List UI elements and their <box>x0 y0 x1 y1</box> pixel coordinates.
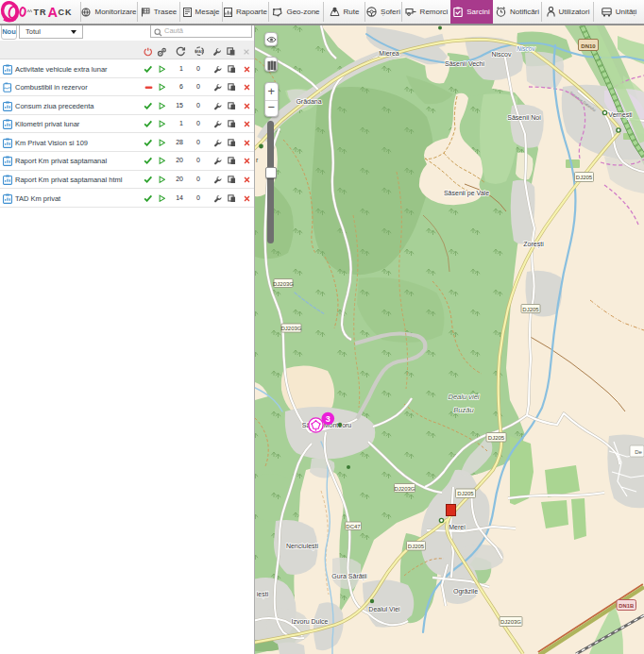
svg-text:Niscov: Niscov <box>517 45 535 52</box>
svg-text:De: De <box>635 449 642 455</box>
svg-text:CK: CK <box>59 8 73 17</box>
svg-text:Nenciulești: Nenciulești <box>286 543 319 550</box>
svg-text:Merei: Merei <box>449 524 466 530</box>
svg-text:Mierea: Mierea <box>379 50 399 57</box>
svg-text:DJ205: DJ205 <box>522 307 539 312</box>
svg-text:MAX: MAX <box>195 50 204 54</box>
svg-text:DJ205: DJ205 <box>488 435 505 441</box>
svg-text:iești: iești <box>257 591 269 598</box>
svg-text:DJ203G: DJ203G <box>280 326 301 331</box>
svg-text:Dealu viei: Dealu viei <box>449 393 480 401</box>
svg-text:Zorești: Zorești <box>523 241 544 248</box>
svg-text:DJ203G: DJ203G <box>394 486 415 492</box>
svg-text:3: 3 <box>326 414 330 424</box>
svg-text:Săsenii Vechi: Săsenii Vechi <box>445 60 484 67</box>
svg-text:DJ205: DJ205 <box>576 175 593 180</box>
svg-text:Săsenii pe Vale: Săsenii pe Vale <box>444 190 489 197</box>
svg-text:Dealul Viei: Dealul Viei <box>368 606 400 612</box>
svg-text:Buzău: Buzău <box>453 406 474 414</box>
svg-text:DN1B: DN1B <box>619 603 634 609</box>
svg-text:Săsenii Noi: Săsenii Noi <box>507 114 541 121</box>
svg-text:DJ203G: DJ203G <box>273 281 294 287</box>
svg-text:Niscov: Niscov <box>491 51 512 58</box>
svg-text:TR: TR <box>34 8 47 17</box>
svg-text:DJ205: DJ205 <box>408 544 425 549</box>
svg-text:DJ203G: DJ203G <box>500 619 521 625</box>
svg-text:DC47: DC47 <box>346 524 361 529</box>
svg-text:A: A <box>48 5 59 20</box>
svg-text:DJ205: DJ205 <box>457 491 474 496</box>
svg-text:Izvoru Dulce: Izvoru Dulce <box>292 618 329 625</box>
svg-text:Grădana: Grădana <box>296 98 321 105</box>
svg-text:Ogrăzile: Ogrăzile <box>453 588 478 595</box>
svg-text:DN10: DN10 <box>581 43 596 49</box>
svg-text:Vernești: Vernești <box>608 111 633 119</box>
svg-text:Gura Sărății: Gura Sărății <box>331 573 367 580</box>
